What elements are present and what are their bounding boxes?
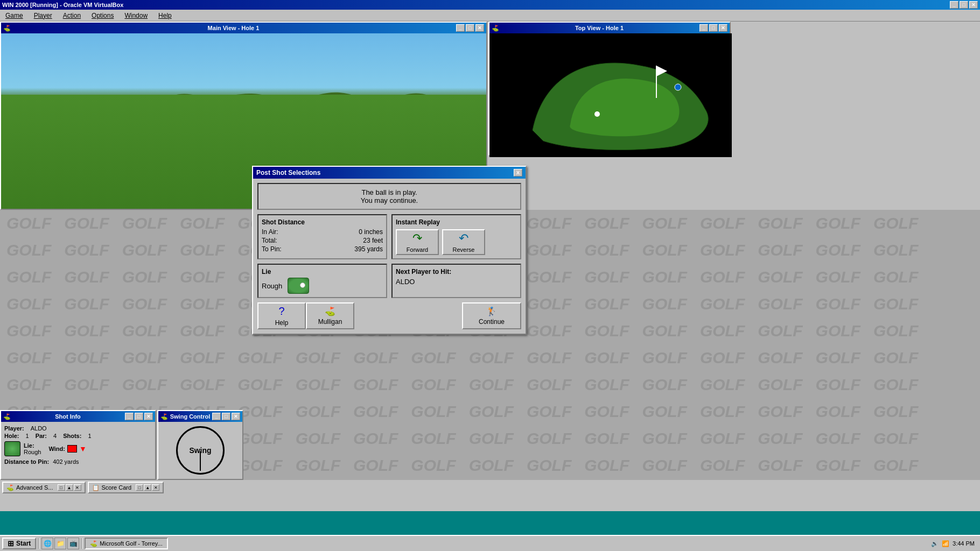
mulligan-label: Mulligan [318,318,342,326]
folder-icon[interactable]: 📁 [54,538,66,549]
start-label: Start [16,540,31,547]
lie-title: Lie [262,268,383,276]
post-shot-dialog: Post Shot Selections X The ball is in pl… [252,166,527,335]
shot-distance-box: Shot Distance In Air: 0 inches Total: 23… [257,214,387,259]
forward-button[interactable]: ↷ Forward [396,229,439,255]
taskbar-divider-1 [38,538,39,549]
dialog-body: The ball is in play. You may continue. S… [253,179,526,334]
media-icon[interactable]: 📺 [67,538,79,549]
lie-content: Rough [262,278,383,294]
menu-action[interactable]: Action [60,11,84,20]
to-pin-label: To Pin: [262,245,282,253]
instant-replay-box: Instant Replay ↷ Forward ↶ Reverse [391,214,521,259]
instant-replay-title: Instant Replay [396,218,517,226]
quick-launch: 🌐 📁 📺 [41,538,79,549]
ball-on-grass [300,282,305,288]
dialog-close-controls: X [514,169,522,176]
minimize-btn[interactable]: _ [950,1,958,9]
reverse-icon: ↶ [459,231,468,245]
next-player-title: Next Player to Hit: [396,268,517,276]
in-air-row: In Air: 0 inches [262,228,383,236]
total-value: 23 feet [363,237,383,244]
lie-next-section: Lie Rough Next Player to Hit: ALDO [257,264,521,298]
title-bar: WIN 2000 [Running] - Oracle VM VirtualBo… [0,0,980,10]
taskbar-golf-icon: ⛳ [90,540,97,547]
volume-icon: 🔊 [931,540,939,547]
lie-grass-image [288,278,309,294]
continue-button[interactable]: 🏌️ Continue [462,302,521,329]
mulligan-button[interactable]: ⛳ Mulligan [306,302,354,329]
help-label: Help [275,319,289,327]
next-player-name: ALDO [396,278,517,286]
dialog-info: The ball is in play. You may continue. [257,183,521,210]
title-bar-controls: _ □ ✕ [950,1,978,9]
start-button[interactable]: ⊞ Start [2,538,36,549]
menu-player[interactable]: Player [31,11,55,20]
title-bar-text: WIN 2000 [Running] - Oracle VM VirtualBo… [2,2,123,8]
taskbar-golf-label: Microsoft Golf - Torrey... [100,540,162,547]
next-player-box: Next Player to Hit: ALDO [391,264,521,298]
system-tray: 🔊 📶 3:44 PM [931,540,978,547]
ie-icon[interactable]: 🌐 [41,538,53,549]
continue-label: Continue [479,318,505,326]
total-row: Total: 23 feet [262,237,383,244]
dialog-title-text: Post Shot Selections [256,169,320,176]
in-air-label: In Air: [262,228,278,236]
shot-distance-title: Shot Distance [262,218,383,226]
network-icon: 📶 [942,540,949,547]
dialog-message-line2: You may continue. [263,196,516,204]
menu-options[interactable]: Options [88,11,117,20]
menu-game[interactable]: Game [2,11,26,20]
close-btn[interactable]: ✕ [969,1,978,9]
menu-help[interactable]: Help [155,11,175,20]
total-label: Total: [262,237,277,244]
taskbar-divider-2 [81,538,82,549]
forward-icon: ↷ [412,231,422,245]
lie-rough-value: Rough [262,282,282,290]
dialog-middle: Shot Distance In Air: 0 inches Total: 23… [257,214,521,259]
reverse-button[interactable]: ↶ Reverse [442,229,485,255]
menu-bar: Game Player Action Options Window Help [0,10,980,22]
dialog-close-btn[interactable]: X [514,169,522,176]
to-pin-row: To Pin: 395 yards [262,245,383,253]
to-pin-value: 395 yards [354,245,383,253]
dialog-buttons: ? Help ⛳ Mulligan 🏌️ Continue [257,302,521,329]
restore-btn[interactable]: □ [960,1,968,9]
start-windows-icon: ⊞ [8,539,14,548]
in-air-value: 0 inches [359,228,383,236]
dialog-titlebar: Post Shot Selections X [253,167,526,179]
taskbar-golf-btn[interactable]: ⛳ Microsoft Golf - Torrey... [85,538,167,549]
main-content: GOLFGOLFGOLFGOLFGOLFGOLFGOLFGOLFGOLFGOLF… [0,22,980,511]
menu-window[interactable]: Window [121,11,151,20]
reverse-label: Reverse [453,246,475,253]
help-icon: ? [278,305,284,317]
help-button[interactable]: ? Help [257,302,306,329]
forward-label: Forward [407,246,428,253]
dialog-overlay: Post Shot Selections X The ball is in pl… [0,22,980,511]
mulligan-icon: ⛳ [325,306,335,316]
clock: 3:44 PM [953,540,975,547]
dialog-message-line1: The ball is in play. [263,188,516,196]
replay-buttons: ↷ Forward ↶ Reverse [396,229,517,255]
lie-box: Lie Rough [257,264,387,298]
continue-icon: 🏌️ [486,306,497,316]
taskbar: ⊞ Start 🌐 📁 📺 ⛳ Microsoft Golf - Torrey.… [0,535,980,551]
